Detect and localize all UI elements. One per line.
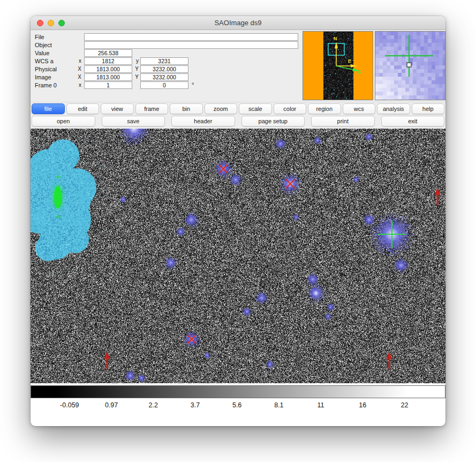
menu-button-help[interactable]: help <box>412 103 445 114</box>
menu-button-frame[interactable]: frame <box>135 103 169 114</box>
file-label: File <box>35 34 44 40</box>
menu-button-analysis[interactable]: analysis <box>377 103 410 114</box>
traffic-lights <box>37 16 65 29</box>
colorbar-ticks: -0.0590.972.23.75.68.1111622 <box>31 398 445 411</box>
value-field[interactable]: 256.538 <box>84 49 132 57</box>
physical-y-field[interactable]: 3232.000 <box>140 65 188 73</box>
colorbar-tick: 11 <box>318 401 324 409</box>
frame-label: Frame 0 <box>35 82 57 88</box>
file-button-print[interactable]: print <box>311 116 375 126</box>
menu-button-scale[interactable]: scale <box>239 103 272 114</box>
magnifier[interactable] <box>375 31 445 100</box>
colorbar-tick: -0.059 <box>60 401 79 409</box>
degree-symbol: ° <box>192 81 194 88</box>
menu-button-file[interactable]: file <box>32 103 65 114</box>
panner[interactable] <box>303 31 373 100</box>
menu-button-zoom[interactable]: zoom <box>205 103 238 114</box>
physical-x-field[interactable]: 1813.000 <box>84 65 132 73</box>
file-button-save[interactable]: save <box>102 116 165 126</box>
object-field[interactable] <box>84 41 298 49</box>
colorbar[interactable] <box>31 385 445 398</box>
wcs-x-field[interactable]: 1812 <box>84 57 132 65</box>
image-label: Image <box>35 74 51 80</box>
menu-bar: fileeditviewframebinzoomscalecolorregion… <box>31 102 445 116</box>
close-button[interactable] <box>37 20 43 26</box>
image-y-field[interactable]: 3232.000 <box>140 73 188 81</box>
colorbar-tick: 3.7 <box>191 401 200 409</box>
image-x-field[interactable]: 1813.000 <box>84 73 132 81</box>
image-display[interactable] <box>31 129 445 383</box>
window-title: SAOImage ds9 <box>214 19 261 27</box>
ds9-window: SAOImage ds9 File Object Value 256.538 W… <box>31 16 445 426</box>
colorbar-tick: 8.1 <box>274 401 283 409</box>
frame-x-field[interactable]: 1 <box>84 81 132 89</box>
physical-x-label: X <box>76 66 81 72</box>
file-button-open[interactable]: open <box>32 116 95 126</box>
menu-button-wcs[interactable]: wcs <box>343 103 376 114</box>
minimize-button[interactable] <box>48 20 54 26</box>
info-panel: File Object Value 256.538 WCS a x 1812 y… <box>31 30 445 102</box>
wcs-label: WCS a <box>35 58 54 64</box>
wcs-y-field[interactable]: 3231 <box>140 57 188 65</box>
frame-angle-field[interactable]: 0 <box>140 81 188 89</box>
menu-button-edit[interactable]: edit <box>66 103 100 114</box>
physical-label: Physical <box>35 66 57 72</box>
object-label: Object <box>35 42 52 48</box>
colorbar-tick: 5.6 <box>232 401 241 409</box>
titlebar[interactable]: SAOImage ds9 <box>31 16 445 30</box>
file-button-page-setup[interactable]: page setup <box>241 116 305 126</box>
colorbar-tick: 2.2 <box>149 401 158 409</box>
menu-button-region[interactable]: region <box>308 103 341 114</box>
zoom-window-button[interactable] <box>58 20 65 26</box>
value-label: Value <box>35 50 49 56</box>
menu-button-view[interactable]: view <box>101 103 134 114</box>
menu-button-bin[interactable]: bin <box>170 103 203 114</box>
image-x-label: X <box>76 74 81 80</box>
file-button-bar: opensaveheaderpage setupprintexit <box>31 116 445 129</box>
image-y-label: Y <box>133 74 139 80</box>
menu-button-color[interactable]: color <box>274 103 307 114</box>
colorbar-tick: 22 <box>401 401 408 409</box>
file-button-header[interactable]: header <box>171 116 235 126</box>
file-field[interactable] <box>84 33 298 41</box>
physical-y-label: Y <box>133 66 139 72</box>
wcs-x-label: x <box>76 58 81 64</box>
colorbar-tick: 0.97 <box>105 401 118 409</box>
frame-x-label: x <box>76 82 81 88</box>
file-button-exit[interactable]: exit <box>381 116 445 126</box>
wcs-y-label: y <box>133 58 139 64</box>
colorbar-tick: 16 <box>359 401 366 409</box>
